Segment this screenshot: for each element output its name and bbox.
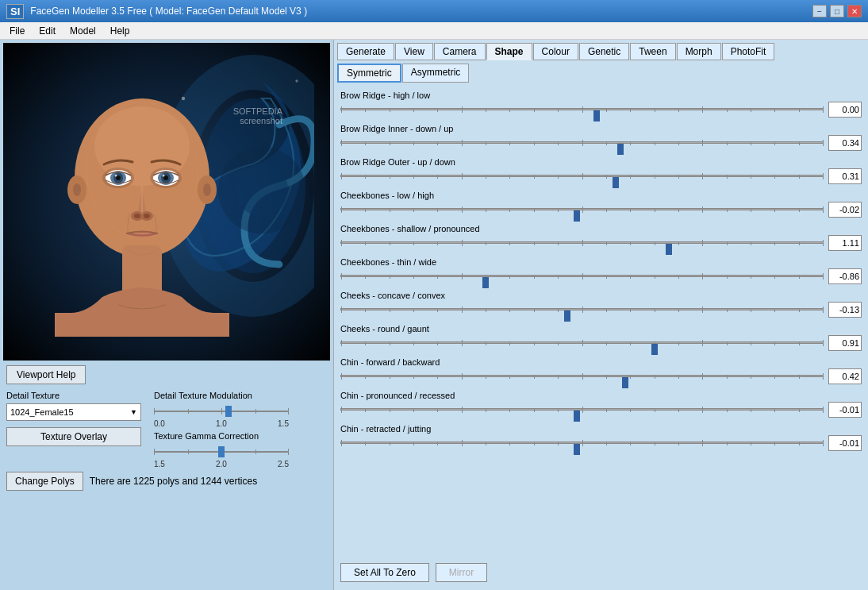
mod-slider-track[interactable] xyxy=(154,403,289,419)
h-slider-3[interactable] xyxy=(340,202,824,217)
bottom-buttons: Set All To Zero Mirror xyxy=(337,558,865,587)
h-slider-thumb-8[interactable] xyxy=(622,377,628,388)
h-slider-track-5 xyxy=(340,275,824,277)
menu-file[interactable]: File xyxy=(3,24,31,38)
gamma-slider-thumb[interactable] xyxy=(218,446,225,457)
sub-tab-symmetric[interactable]: Symmetric xyxy=(337,64,401,83)
minimize-button[interactable]: − xyxy=(812,5,827,17)
h-slider-track-4 xyxy=(340,241,824,244)
h-slider-7[interactable] xyxy=(340,336,824,350)
slider-label-9: Chin - pronounced / recessed xyxy=(340,391,862,400)
menu-bar: File Edit Model Help xyxy=(0,22,868,40)
h-slider-10[interactable] xyxy=(340,436,824,450)
h-slider-4[interactable] xyxy=(340,236,824,250)
detail-texture-section: Detail Texture 1024_Female15 ▼ Texture O… xyxy=(6,391,141,446)
detail-texture-dropdown[interactable]: 1024_Female15 ▼ xyxy=(6,403,141,421)
slider-row-4: Cheekbones - shallow / pronounced1.11 xyxy=(340,224,862,251)
tab-generate[interactable]: Generate xyxy=(337,43,394,60)
set-all-to-zero-button[interactable]: Set All To Zero xyxy=(340,563,429,582)
tab-photofit[interactable]: PhotoFit xyxy=(722,43,775,60)
h-slider-track-8 xyxy=(340,375,824,377)
h-slider-thumb-4[interactable] xyxy=(666,244,672,255)
mod-slider-thumb[interactable] xyxy=(225,406,232,417)
gamma-label: Texture Gamma Correction xyxy=(154,431,289,441)
svg-point-28 xyxy=(134,214,140,218)
change-polys-button[interactable]: Change Polys xyxy=(6,472,83,491)
h-slider-thumb-3[interactable] xyxy=(574,210,580,222)
texture-overlay-button[interactable]: Texture Overlay xyxy=(6,427,141,446)
h-slider-thumb-5[interactable] xyxy=(482,277,489,288)
h-slider-track-9 xyxy=(340,408,824,411)
mod-label: Detail Texture Modulation xyxy=(154,391,289,400)
h-slider-track-2 xyxy=(340,175,824,177)
sub-tab-asymmetric[interactable]: Asymmetric xyxy=(402,64,470,83)
tab-shape[interactable]: Shape xyxy=(486,43,532,60)
value-box-4: 1.11 xyxy=(828,235,862,251)
tab-genetic[interactable]: Genetic xyxy=(579,43,629,60)
slider-controls-10: -0.01 xyxy=(340,435,862,451)
slider-controls-0: 0.00 xyxy=(340,102,862,118)
tab-camera[interactable]: Camera xyxy=(434,43,486,60)
h-slider-5[interactable] xyxy=(340,269,824,283)
slider-controls-2: 0.31 xyxy=(340,168,862,184)
close-button[interactable]: ✕ xyxy=(847,5,862,17)
tab-morph[interactable]: Morph xyxy=(677,43,721,60)
title-text: FaceGen Modeller 3.5 Free ( Model: FaceG… xyxy=(30,6,307,17)
h-slider-thumb-7[interactable] xyxy=(651,344,658,355)
h-slider-thumb-10[interactable] xyxy=(574,444,580,455)
slider-controls-8: 0.42 xyxy=(340,368,862,384)
mod-slider-labels: 0.0 1.0 1.5 xyxy=(154,419,289,428)
slider-label-6: Cheeks - concave / convex xyxy=(340,291,862,300)
tab-view[interactable]: View xyxy=(395,43,433,60)
h-slider-8[interactable] xyxy=(340,369,824,384)
slider-controls-6: -0.13 xyxy=(340,302,862,318)
detail-texture-label: Detail Texture xyxy=(6,391,141,400)
h-slider-2[interactable] xyxy=(340,169,824,183)
h-slider-thumb-0[interactable] xyxy=(593,110,600,121)
h-slider-track-7 xyxy=(340,341,824,344)
face-rendering xyxy=(43,59,241,345)
svg-point-3 xyxy=(236,164,288,217)
mod-slider-container: 0.0 1.0 1.5 xyxy=(154,403,289,428)
slider-row-8: Chin - forward / backward0.42 xyxy=(340,357,862,384)
mirror-button[interactable]: Mirror xyxy=(436,563,487,582)
h-slider-thumb-2[interactable] xyxy=(613,177,619,188)
slider-label-7: Cheeks - round / gaunt xyxy=(340,324,862,334)
tab-tween[interactable]: Tween xyxy=(630,43,675,60)
h-slider-1[interactable] xyxy=(340,136,824,150)
app-icon: SI xyxy=(6,4,24,19)
slider-row-2: Brow Ridge Outer - up / down0.31 xyxy=(340,157,862,184)
slider-controls-7: 0.91 xyxy=(340,335,862,351)
h-slider-thumb-6[interactable] xyxy=(564,310,570,322)
slider-controls-3: -0.02 xyxy=(340,202,862,218)
maximize-button[interactable]: □ xyxy=(830,5,844,17)
menu-edit[interactable]: Edit xyxy=(33,24,62,38)
h-slider-track-6 xyxy=(340,308,824,310)
sliders-panel: Brow Ridge - high / low0.00Brow Ridge In… xyxy=(337,87,865,558)
menu-model[interactable]: Model xyxy=(63,24,102,38)
value-box-6: -0.13 xyxy=(828,302,862,318)
gamma-slider-track[interactable] xyxy=(154,444,289,460)
left-panel: SOFTPEDIA screenshot xyxy=(0,40,333,590)
window-controls: − □ ✕ xyxy=(812,5,862,17)
tab-colour[interactable]: Colour xyxy=(533,43,578,60)
h-slider-6[interactable] xyxy=(340,303,824,317)
menu-help[interactable]: Help xyxy=(104,24,136,38)
h-slider-thumb-1[interactable] xyxy=(617,144,624,155)
h-slider-0[interactable] xyxy=(340,102,824,117)
slider-row-1: Brow Ridge Inner - down / up0.34 xyxy=(340,124,862,151)
slider-label-8: Chin - forward / backward xyxy=(340,357,862,367)
slider-row-9: Chin - pronounced / recessed-0.01 xyxy=(340,391,862,418)
h-slider-9[interactable] xyxy=(340,403,824,417)
slider-row-5: Cheekbones - thin / wide-0.86 xyxy=(340,257,862,284)
slider-label-10: Chin - retracted / jutting xyxy=(340,424,862,434)
slider-controls-9: -0.01 xyxy=(340,402,862,418)
viewport-help-button[interactable]: Viewport Help xyxy=(6,365,86,384)
controls-area: Viewport Help Detail Texture 1024_Female… xyxy=(3,361,330,587)
main-content: SOFTPEDIA screenshot xyxy=(0,40,868,590)
slider-label-5: Cheekbones - thin / wide xyxy=(340,257,862,267)
slider-label-0: Brow Ridge - high / low xyxy=(340,91,862,100)
h-slider-thumb-9[interactable] xyxy=(574,411,580,422)
tabs-row: Generate View Camera Shape Colour Geneti… xyxy=(337,43,865,60)
slider-label-2: Brow Ridge Outer - up / down xyxy=(340,157,862,167)
